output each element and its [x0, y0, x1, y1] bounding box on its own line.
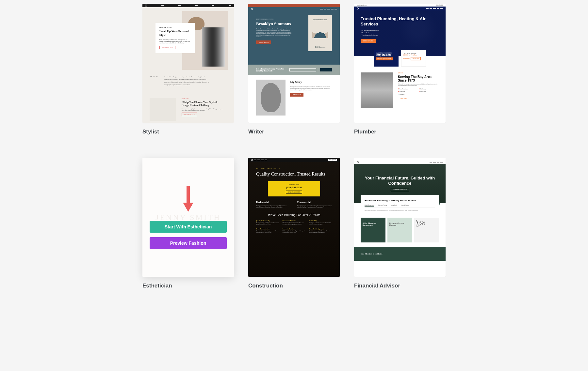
headline: Trusted Plumbing, Heating & Air Services [361, 16, 439, 27]
quote-card: Get A Free Quote (255) 352-6258 GET AN O… [268, 181, 320, 196]
promo-phone: CALL FOR A FREE QUOTE (255) 352-6258 ONL… [374, 50, 399, 67]
start-with-button[interactable]: Start With Esthetician [150, 221, 227, 233]
check-3: Knowledgeable Technicians [361, 34, 439, 36]
story-title: My Story [290, 80, 332, 84]
thumbnail: Your Financial Future, Guided with Confi… [354, 158, 446, 277]
promo-deal: THIS MONTH'S DEAL 25% Off for First Time… [401, 50, 426, 67]
topbar-email: hello@diviplumber.com [357, 5, 367, 6]
serve-section: ABOUT US Serving The Bay Area Since 1973… [354, 72, 446, 113]
story-text: Growing up I was always fascinated by th… [290, 86, 332, 91]
intro: From the runway to the streets, my appro… [159, 39, 191, 44]
thumbnail: BEST SELLING AUTHOR Brooklyn Simmons Bro… [248, 4, 340, 123]
template-card-esthetician[interactable]: JENNY SMITH Start With Esthetician Previ… [142, 158, 234, 289]
kicker: BUILDING YOUR VISION [256, 168, 332, 170]
headline: Brooklyn Simmons [256, 21, 292, 26]
promo-cards: CALL FOR A FREE QUOTE (255) 352-6258 ONL… [354, 50, 446, 67]
kicker: PERSONAL STYLIST [159, 27, 191, 28]
help-cta: OUR SERVICES → [182, 113, 197, 116]
stat-card-1: ▤ 401(k) Advice and Management [361, 218, 385, 242]
hero: BUILDING YOUR VISION Quality Constructio… [248, 162, 340, 277]
caption: Writer [248, 129, 340, 135]
logo-icon [251, 159, 253, 161]
caption: Plumber [354, 129, 446, 135]
caption: Esthetician [142, 283, 234, 289]
nav-quote-button: GET A QUOTE [328, 159, 337, 161]
topbar-phone: (255) 352-6258 [436, 5, 443, 6]
hero: PERSONAL STYLIST Level Up Your Personal … [142, 7, 234, 123]
book-art [312, 28, 328, 38]
kicker: BEST SELLING AUTHOR [256, 19, 292, 20]
template-card-writer[interactable]: BEST SELLING AUTHOR Brooklyn Simmons Bro… [248, 4, 340, 135]
nav [248, 7, 340, 11]
story-section: My Story Growing up I was always fascina… [248, 75, 340, 120]
stat-card-3: ▣ 7.5% Avg. APY [414, 218, 439, 242]
cta-button: OUR SERVICES → [159, 46, 175, 49]
mission-strip: Our Mission Is to Build [354, 247, 446, 261]
thumbnail: JENNY SMITH Start With Esthetician Previ… [142, 158, 234, 277]
logo-icon [145, 5, 147, 7]
headline: Quality Construction, Trusted Results [256, 172, 332, 177]
panel-tabs: Wealth Management Retirement Planning Fa… [365, 205, 435, 208]
doc-icon: ▤ [363, 220, 364, 221]
pipes-image [361, 72, 393, 108]
story-cta: MORE ABOUT ME [290, 93, 303, 97]
person-icon: ▲ [389, 220, 390, 221]
hero: BEST SELLING AUTHOR Brooklyn Simmons Bro… [248, 11, 340, 65]
serve-title: Serving The Bay Area Since 1973 [398, 75, 439, 82]
arrow-down-icon [183, 186, 193, 215]
serve-text: With over 50 years of experience, we've … [398, 84, 439, 86]
book-cover: The Monarch Effect B.B. Simmons [308, 15, 332, 51]
intro: Brooklyn Simmons is a celebrated author … [256, 28, 292, 38]
template-card-plumber[interactable]: hello@diviplumber.com (255) 352-6258 Tru… [354, 4, 446, 135]
preview-button[interactable]: Preview Fashion [150, 237, 227, 249]
email-input [289, 68, 316, 71]
template-card-stylist[interactable]: PERSONAL STYLIST Level Up Your Personal … [142, 4, 234, 135]
help-text: From personal styling to custom-made clo… [182, 108, 224, 111]
headline: Your Financial Future, Guided with Confi… [354, 176, 446, 186]
stat-cards: ▤ 401(k) Advice and Management ▲ Retirem… [354, 218, 446, 242]
hero-card: PERSONAL STYLIST Level Up Your Personal … [155, 23, 195, 53]
help-kicker: WHAT I DO [182, 98, 224, 100]
cta-button: GET A FREE CONSULTATION [391, 188, 409, 191]
topbar: hello@diviplumber.com (255) 352-6258 [354, 4, 446, 7]
topbar [354, 158, 446, 161]
nav: GET A QUOTE [248, 158, 340, 162]
check-1: 24 Hour Emergency Services [361, 30, 439, 31]
strip-title: Get a Free Short Story When You Join My … [256, 68, 286, 72]
help-headline: I Help You Elevate Your Style & Design C… [182, 101, 224, 107]
two-col: ResidentialCreating unique and personali… [256, 201, 332, 208]
book-author: B.B. Simmons [315, 46, 325, 48]
nav [354, 161, 446, 164]
thumbnail: hello@diviplumber.com (255) 352-6258 Tru… [354, 4, 446, 123]
topbar [248, 4, 340, 7]
thumbnail: GET A QUOTE BUILDING YOUR VISION Quality… [248, 158, 340, 277]
feature-grid: Quality CraftsmanshipWe pride ourselves … [256, 220, 332, 233]
headline: Level Up Your Personal Style [159, 30, 191, 37]
panel-title: Financial Planning & Money Management [365, 199, 435, 202]
hero: Trusted Plumbing, Heating & Air Services… [354, 10, 446, 56]
stat-card-2: ▲ Retirement Income Planning [387, 218, 412, 242]
caption: Construction [248, 283, 340, 289]
clothes-image [150, 98, 176, 121]
topnav [142, 4, 234, 7]
author-photo [256, 80, 286, 116]
caption: Financial Advisor [354, 283, 446, 289]
logo-icon [251, 8, 253, 10]
cta-button: ORDER A BOOK [256, 40, 271, 44]
check-2: Clean Work [361, 32, 439, 34]
about-text: I'm a fashion designer who is passionate… [164, 76, 210, 86]
template-card-financial[interactable]: Your Financial Future, Guided with Confi… [354, 158, 446, 289]
planning-panel: Financial Planning & Money Management We… [361, 195, 439, 215]
panel-desc: Lorem ipsum dolor sit amet, consectetur … [365, 210, 435, 211]
subscribe-strip: Get a Free Short Story When You Join My … [248, 65, 340, 75]
cta-button: BOOK SERVICE [361, 39, 376, 43]
hover-overlay: Start With Esthetician Preview Fashion [142, 158, 234, 277]
about-label: ABOUT ME [150, 76, 158, 86]
help-row: WHAT I DO I Help You Elevate Your Style … [150, 98, 224, 121]
serve-kicker: ABOUT US [398, 72, 439, 74]
subscribe-button [320, 68, 332, 71]
serve-cta: LEARN MORE [398, 97, 409, 100]
template-card-construction[interactable]: GET A QUOTE BUILDING YOUR VISION Quality… [248, 158, 340, 289]
book-title: The Monarch Effect [313, 19, 327, 21]
twentyfive-years: We've Been Building For Over 25 Years [256, 213, 332, 217]
